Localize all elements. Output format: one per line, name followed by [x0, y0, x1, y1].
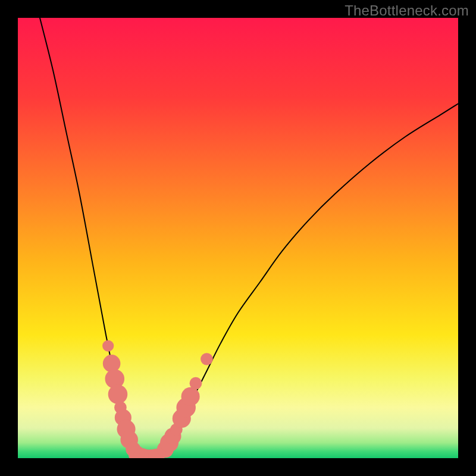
- outer-frame: TheBottleneck.com: [0, 0, 476, 476]
- scatter-dot: [103, 355, 121, 372]
- scatter-dot: [102, 340, 114, 352]
- scatter-dot: [108, 384, 128, 404]
- scatter-dot: [190, 377, 202, 390]
- plot-area: [18, 18, 458, 458]
- scatter-dot: [201, 353, 213, 365]
- scatter-dot: [181, 387, 200, 406]
- watermark-text: TheBottleneck.com: [345, 2, 469, 19]
- curve-layer: [18, 18, 458, 458]
- scatter-dots: [102, 340, 213, 458]
- curve-right-branch: [158, 104, 458, 457]
